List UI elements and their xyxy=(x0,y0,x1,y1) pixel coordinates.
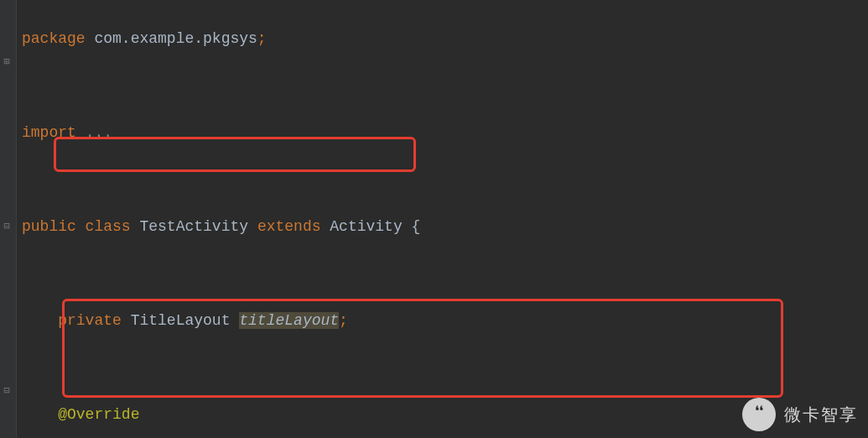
fold-collapse-icon[interactable]: ⊟ xyxy=(2,386,12,396)
wechat-icon: ❝ xyxy=(742,398,776,431)
code-line: public class TestActivity extends Activi… xyxy=(22,215,868,238)
code-line: package com.example.pkgsys; xyxy=(22,27,868,50)
code-line: @Override xyxy=(22,403,868,426)
code-editor[interactable]: ⊞ ⊟ ⊟ package com.example.pkgsys; import… xyxy=(0,0,868,438)
code-line: private TitleLayout titleLayout; xyxy=(22,309,868,332)
fold-expand-icon[interactable]: ⊞ xyxy=(2,57,12,67)
code-area[interactable]: package com.example.pkgsys; import ... p… xyxy=(17,0,868,438)
code-line: import ... xyxy=(22,121,868,144)
watermark: ❝ 微卡智享 xyxy=(742,398,858,431)
code-line xyxy=(22,356,868,379)
fold-collapse-icon[interactable]: ⊟ xyxy=(2,222,12,232)
code-line xyxy=(22,168,868,191)
code-line xyxy=(22,262,868,285)
watermark-text: 微卡智享 xyxy=(784,403,858,426)
code-line xyxy=(22,74,868,97)
editor-gutter: ⊞ ⊟ ⊟ xyxy=(0,0,17,438)
